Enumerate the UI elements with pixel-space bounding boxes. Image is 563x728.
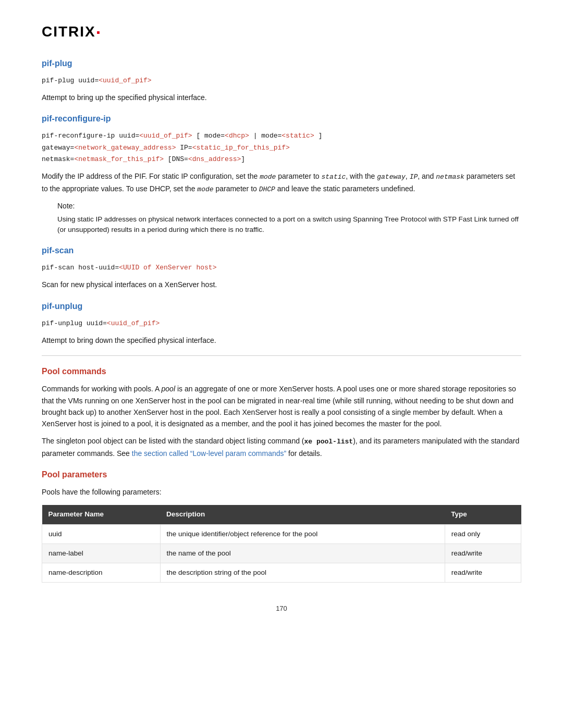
pool-parameters-table: Parameter Name Description Type uuid the… [42,505,521,583]
row1-description: the unique identifier/object reference f… [160,524,445,544]
xe-pool-list: xe pool-list [304,438,353,446]
pif-unplug-title: pif-unplug [42,300,521,313]
pif-reconfigure-line3: netmask=<netmask_for_this_pif> [DNS=<dns… [42,154,521,165]
pif-note-block: Note: Using static IP addresses on physi… [57,200,521,235]
netmask-param: netmask [436,173,464,181]
col-header-type: Type [445,505,521,524]
pif-plug-cmd-text: pif-plug uuid= [42,77,99,84]
pif-scan-title: pif-scan [42,244,521,257]
row2-description: the name of the pool [160,544,445,563]
pif-reconfigure-description: Modify the IP address of the PIF. For st… [42,170,521,195]
note-label: Note: [57,200,521,212]
logo-dot: · [96,22,102,42]
pif-unplug-description: Attempt to bring down the specified phys… [42,335,521,346]
ip-param: IP [410,173,418,181]
table-row: name-description the description string … [42,563,521,583]
pif-scan-command: pif-scan host-uuid=<UUID of XenServer ho… [42,262,521,274]
pool-commands-para1: Commands for working with pools. A pool … [42,383,521,430]
pool-parameters-title: Pool parameters [42,468,521,481]
table-header-row: Parameter Name Description Type [42,505,521,524]
dhcp-param: DHCP [259,186,275,193]
note-text: Using static IP addresses on physical ne… [57,214,521,236]
pif-plug-command: pif-plug uuid=<uuid_of_pif> [42,75,521,87]
low-level-link[interactable]: the section called “Low-level param comm… [132,449,286,458]
page-number: 170 [42,603,521,614]
pif-plug-param: <uuid_of_pif> [99,77,151,84]
static-param: static [322,173,346,181]
pif-unplug-command: pif-unplug uuid=<uuid_of_pif> [42,318,521,329]
pif-plug-title: pif-plug [42,57,521,70]
pif-reconfigure-line1: pif-reconfigure-ip uuid=<uuid_of_pif> [ … [42,130,521,142]
pool-commands-title: Pool commands [42,365,521,378]
row2-name: name-label [42,544,161,563]
pif-reconfigure-ip-title: pif-reconfigure-ip [42,113,521,125]
table-row: name-label the name of the pool read/wri… [42,544,521,563]
col-header-name: Parameter Name [42,505,161,524]
pool-italic: pool [162,385,175,393]
col-header-description: Description [160,505,445,524]
citrix-logo: CiTRiX· [42,21,521,43]
row1-name: uuid [42,524,161,544]
logo-text: CiTRiX [42,23,96,40]
gateway-param: gateway [377,173,406,181]
pif-reconfigure-line2: gateway=<network_gateway_address> IP=<st… [42,142,521,154]
row3-description: the description string of the pool [160,563,445,583]
row3-name: name-description [42,563,161,583]
pool-parameters-intro: Pools have the following parameters: [42,486,521,498]
pif-scan-description: Scan for new physical interfaces on a Xe… [42,279,521,290]
mode-param2: mode [197,186,213,193]
row2-type: read/write [445,544,521,563]
section-divider [42,355,521,356]
pif-reconfigure-ip-command: pif-reconfigure-ip uuid=<uuid_of_pif> [ … [42,130,521,165]
pif-plug-description: Attempt to bring up the specified physic… [42,92,521,103]
row1-type: read only [445,524,521,544]
table-row: uuid the unique identifier/object refere… [42,524,521,544]
logo-area: CiTRiX· [42,21,521,43]
pool-commands-para2: The singleton pool object can be listed … [42,435,521,459]
mode-param1: mode [260,173,276,181]
row3-type: read/write [445,563,521,583]
